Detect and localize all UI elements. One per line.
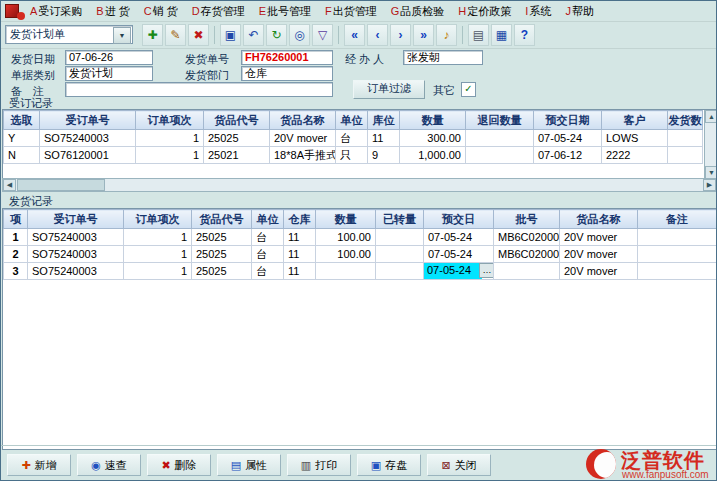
- grid-cell[interactable]: [466, 130, 534, 147]
- prev-record-icon[interactable]: ‹: [367, 24, 388, 46]
- handler-field[interactable]: 张发朝: [403, 50, 483, 65]
- doc-type-combo[interactable]: 发货计划单 ▼: [5, 25, 133, 44]
- grid-cell[interactable]: 300.00: [400, 130, 466, 147]
- order-table-vscrollbar[interactable]: ▲ ▼: [704, 110, 717, 179]
- grid-cell[interactable]: 3: [4, 263, 28, 280]
- grid-cell[interactable]: 11: [284, 263, 316, 280]
- grid-cell[interactable]: 25025: [192, 263, 252, 280]
- grid-cell[interactable]: MB6C02000: [494, 246, 560, 263]
- grid-cell[interactable]: 2222: [602, 147, 668, 164]
- grid-cell[interactable]: 20V mover: [560, 229, 638, 246]
- grid-cell[interactable]: 25025: [204, 130, 270, 147]
- dept-field[interactable]: 仓库: [241, 66, 333, 81]
- last-record-icon[interactable]: »: [413, 24, 434, 46]
- remark-field[interactable]: [65, 82, 333, 97]
- grid-cell[interactable]: 25025: [192, 246, 252, 263]
- grid-cell[interactable]: 25021: [204, 147, 270, 164]
- new-icon[interactable]: ✚: [142, 24, 163, 46]
- grid-cell-date-selected[interactable]: 07-05-24 …: [424, 263, 494, 280]
- grid-cell[interactable]: [668, 130, 703, 147]
- print-button[interactable]: ▥ 打印: [287, 454, 351, 476]
- chevron-down-icon[interactable]: ▼: [113, 27, 131, 44]
- calc-icon[interactable]: ▦: [491, 24, 512, 46]
- menu-item-inventory[interactable]: D存货管理: [185, 2, 252, 20]
- save-button[interactable]: ▣ 存盘: [357, 454, 421, 476]
- add-button[interactable]: ✚ 新增: [7, 454, 71, 476]
- close-button[interactable]: ⊠ 关闭: [427, 454, 491, 476]
- grid-cell[interactable]: 20V mover: [270, 130, 336, 147]
- print-icon[interactable]: ▤: [468, 24, 489, 46]
- grid-cell[interactable]: 台: [252, 263, 284, 280]
- order-filter-button[interactable]: 订单过滤: [353, 80, 425, 99]
- grid-cell[interactable]: 1: [124, 246, 192, 263]
- first-record-icon[interactable]: «: [344, 24, 365, 46]
- date-picker-button[interactable]: …: [479, 263, 494, 278]
- order-table-hscrollbar[interactable]: ◀ ▶: [2, 178, 717, 192]
- help-icon[interactable]: ?: [514, 24, 535, 46]
- scroll-left-icon[interactable]: ◀: [3, 179, 16, 191]
- undo-icon[interactable]: ↶: [243, 24, 264, 46]
- grid-cell[interactable]: 11: [284, 229, 316, 246]
- grid-cell[interactable]: 11: [284, 246, 316, 263]
- grid-cell[interactable]: 1: [136, 130, 204, 147]
- grid-cell[interactable]: 100.00: [316, 246, 376, 263]
- grid-cell[interactable]: 1,000.00: [400, 147, 466, 164]
- grid-cell[interactable]: 台: [336, 130, 368, 147]
- menu-item-pricing[interactable]: H定价政策: [451, 2, 518, 20]
- grid-cell[interactable]: 1: [4, 229, 28, 246]
- delete-icon[interactable]: ✖: [188, 24, 209, 46]
- menu-item-help[interactable]: J帮助: [558, 2, 601, 20]
- grid-cell[interactable]: 07-06-12: [534, 147, 602, 164]
- menu-item-quality[interactable]: G品质检验: [384, 2, 452, 20]
- grid-cell[interactable]: [376, 263, 424, 280]
- doc-type-field[interactable]: 发货计划: [65, 66, 153, 81]
- grid-cell[interactable]: 18*8A手推式: [270, 147, 336, 164]
- menu-item-shipping[interactable]: F出货管理: [318, 2, 384, 20]
- grid-cell[interactable]: [638, 246, 717, 263]
- menu-item-sales[interactable]: C销 货: [137, 2, 185, 20]
- grid-cell[interactable]: [466, 147, 534, 164]
- selected-date-cell[interactable]: 07-05-24: [424, 263, 482, 279]
- edit-icon[interactable]: ✎: [165, 24, 186, 46]
- grid-cell[interactable]: 台: [252, 229, 284, 246]
- grid-cell[interactable]: [376, 246, 424, 263]
- grid-cell[interactable]: SO75240003: [28, 263, 124, 280]
- filter-icon[interactable]: ▽: [312, 24, 333, 46]
- menu-item-purchase-orders[interactable]: A受订采购: [23, 2, 89, 20]
- menu-item-batch[interactable]: E批号管理: [252, 2, 318, 20]
- grid-cell[interactable]: 1: [124, 229, 192, 246]
- delete-button[interactable]: ✖ 删除: [147, 454, 211, 476]
- grid-cell[interactable]: 07-05-24: [534, 130, 602, 147]
- grid-cell[interactable]: 台: [252, 246, 284, 263]
- grid-cell[interactable]: [494, 263, 560, 280]
- scroll-up-icon[interactable]: ▲: [705, 110, 717, 123]
- grid-cell[interactable]: [316, 263, 376, 280]
- sound-icon[interactable]: ♪: [436, 24, 457, 46]
- ship-date-field[interactable]: 07-06-26: [65, 50, 153, 65]
- quick-search-button[interactable]: ◉ 速查: [77, 454, 141, 476]
- grid-cell[interactable]: 25025: [192, 229, 252, 246]
- menu-item-purchase[interactable]: B进 货: [89, 2, 136, 20]
- search-icon[interactable]: ◎: [289, 24, 310, 46]
- grid-cell[interactable]: SO75240003: [28, 246, 124, 263]
- grid-cell[interactable]: Y: [4, 130, 40, 147]
- grid-cell[interactable]: [668, 147, 703, 164]
- scrollbar-thumb[interactable]: [17, 179, 105, 191]
- grid-cell[interactable]: SO75240003: [40, 130, 136, 147]
- grid-cell[interactable]: 9: [368, 147, 400, 164]
- grid-cell[interactable]: 100.00: [316, 229, 376, 246]
- grid-cell[interactable]: [376, 229, 424, 246]
- grid-cell[interactable]: 11: [368, 130, 400, 147]
- menu-item-system[interactable]: I系统: [518, 2, 558, 20]
- grid-cell[interactable]: 1: [124, 263, 192, 280]
- grid-cell[interactable]: 07-05-24: [424, 246, 494, 263]
- grid-cell[interactable]: 20V mover: [560, 246, 638, 263]
- grid-cell[interactable]: 07-05-24: [424, 229, 494, 246]
- grid-cell[interactable]: 20V mover: [560, 263, 638, 280]
- save-icon[interactable]: ▣: [220, 24, 241, 46]
- grid-cell[interactable]: LOWS: [602, 130, 668, 147]
- grid-cell[interactable]: N: [4, 147, 40, 164]
- ship-no-field[interactable]: FH76260001: [241, 50, 333, 65]
- scroll-right-icon[interactable]: ▶: [703, 179, 716, 191]
- grid-cell[interactable]: 1: [136, 147, 204, 164]
